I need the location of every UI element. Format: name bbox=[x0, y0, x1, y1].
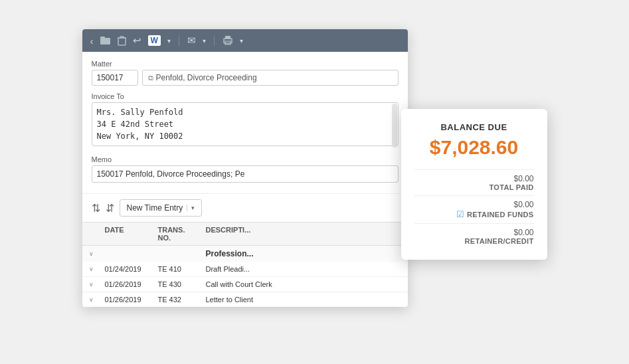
back-button[interactable]: ‹ bbox=[90, 35, 94, 46]
word-icon[interactable]: W bbox=[148, 35, 161, 46]
memo-label: Memo bbox=[92, 155, 399, 163]
table-row: ∨ 01/26/2019 TE 430 Call with Court Cler… bbox=[82, 277, 408, 292]
retainer-credit-label: RETAINER/CREDIT bbox=[465, 237, 534, 245]
row-2-date: 01/26/2019 bbox=[101, 280, 154, 288]
toolbar: ‹ ↩ W ▾ ✉ ▾ bbox=[82, 29, 408, 52]
svg-rect-8 bbox=[225, 36, 230, 39]
row-1-desc: Draft Pleadi... bbox=[202, 265, 408, 273]
invoice-to-textarea[interactable]: Mrs. Sally Penfold 34 E 42nd Street New … bbox=[92, 102, 399, 146]
memo-row: Memo bbox=[92, 155, 399, 183]
matter-description: Penfold, Divorce Proceeding bbox=[156, 73, 257, 82]
total-paid-label: TOTAL PAID bbox=[490, 183, 534, 191]
svg-rect-1 bbox=[100, 37, 105, 39]
row-chevron-2: ∨ bbox=[89, 281, 94, 288]
sort-asc-icon[interactable]: ⇅ bbox=[92, 202, 100, 215]
matter-link[interactable]: ⧉ Penfold, Divorce Proceeding bbox=[142, 70, 399, 86]
divider-2 bbox=[414, 195, 534, 196]
matter-label: Matter bbox=[92, 60, 399, 68]
form-area: Matter ⧉ Penfold, Divorce Proceeding Inv… bbox=[82, 52, 408, 193]
row-3-desc: Letter to Client bbox=[202, 296, 408, 304]
row-1-trans: TE 410 bbox=[154, 265, 202, 273]
retained-funds-value: $0.00 bbox=[513, 200, 533, 209]
balance-due-card: BALANCE DUE $7,028.60 $0.00 TOTAL PAID $… bbox=[401, 109, 547, 260]
retainer-credit-value: $0.00 bbox=[513, 228, 533, 237]
invoice-panel: ‹ ↩ W ▾ ✉ ▾ bbox=[82, 29, 408, 307]
separator-2 bbox=[214, 35, 215, 46]
invoice-to-row: Invoice To Mrs. Sally Penfold 34 E 42nd … bbox=[92, 92, 399, 149]
textarea-scrollbar[interactable] bbox=[392, 104, 397, 147]
col-header-chevron bbox=[82, 226, 101, 242]
retained-funds-label: RETAINED FUNDS bbox=[467, 211, 534, 219]
total-paid-value: $0.00 bbox=[513, 174, 533, 183]
col-header-trans: TRANS. NO. bbox=[154, 226, 202, 242]
new-time-entry-button[interactable]: New Time Entry ▾ bbox=[120, 199, 203, 217]
retained-funds-row: $0.00 ☑ RETAINED FUNDS bbox=[414, 200, 534, 219]
new-entry-label: New Time Entry bbox=[127, 203, 183, 213]
group-label: Profession... bbox=[202, 249, 408, 258]
balance-due-amount: $7,028.60 bbox=[414, 136, 534, 159]
row-3-trans: TE 432 bbox=[154, 296, 202, 304]
sort-desc-icon[interactable]: ⇵ bbox=[106, 202, 114, 215]
balance-due-title: BALANCE DUE bbox=[414, 122, 534, 132]
group-chevron[interactable]: ∨ bbox=[82, 250, 101, 257]
matter-number-input[interactable] bbox=[92, 70, 138, 86]
total-paid-row: $0.00 TOTAL PAID bbox=[414, 174, 534, 191]
email-dropdown[interactable]: ▾ bbox=[203, 37, 206, 45]
table-row: ∨ 01/24/2019 TE 410 Draft Pleadi... bbox=[82, 262, 408, 277]
separator-1 bbox=[179, 35, 179, 46]
memo-input[interactable] bbox=[92, 165, 399, 183]
row-chevron-1: ∨ bbox=[89, 266, 94, 272]
matter-row: Matter ⧉ Penfold, Divorce Proceeding bbox=[92, 60, 399, 86]
row-chevron-3: ∨ bbox=[89, 296, 94, 303]
word-dropdown[interactable]: ▾ bbox=[167, 37, 171, 45]
group-row-professional: ∨ Profession... bbox=[82, 246, 408, 262]
row-3-date: 01/26/2019 bbox=[101, 296, 154, 304]
row-2-desc: Call with Court Clerk bbox=[202, 280, 408, 288]
print-dropdown[interactable]: ▾ bbox=[240, 37, 243, 45]
col-header-date: DATE bbox=[101, 226, 154, 242]
table-header: DATE TRANS. NO. DESCRIPTI... bbox=[82, 223, 408, 246]
action-bar: ⇅ ⇵ New Time Entry ▾ bbox=[82, 193, 408, 222]
folder-icon[interactable] bbox=[100, 36, 111, 45]
email-icon[interactable]: ✉ bbox=[187, 35, 196, 46]
retainer-credit-row: $0.00 RETAINER/CREDIT bbox=[414, 228, 534, 245]
link-icon: ⧉ bbox=[148, 74, 153, 82]
svg-rect-0 bbox=[100, 38, 110, 45]
new-entry-dropdown-arrow[interactable]: ▾ bbox=[187, 205, 195, 211]
table-area: DATE TRANS. NO. DESCRIPTI... ∨ Professio… bbox=[82, 222, 408, 307]
delete-icon[interactable] bbox=[118, 36, 126, 46]
retained-funds-label-row: ☑ RETAINED FUNDS bbox=[456, 209, 534, 219]
table-row: ∨ 01/26/2019 TE 432 Letter to Client bbox=[82, 292, 408, 307]
print-icon[interactable] bbox=[223, 36, 233, 45]
divider-3 bbox=[414, 223, 534, 224]
invoice-to-label: Invoice To bbox=[92, 92, 399, 100]
svg-rect-2 bbox=[118, 38, 126, 45]
checkbox-checked-icon: ☑ bbox=[456, 209, 464, 219]
undo-icon[interactable]: ↩ bbox=[133, 35, 141, 46]
row-2-trans: TE 430 bbox=[154, 280, 202, 288]
divider-1 bbox=[414, 169, 534, 170]
row-1-date: 01/24/2019 bbox=[101, 265, 154, 273]
col-header-desc: DESCRIPTI... bbox=[202, 226, 408, 242]
